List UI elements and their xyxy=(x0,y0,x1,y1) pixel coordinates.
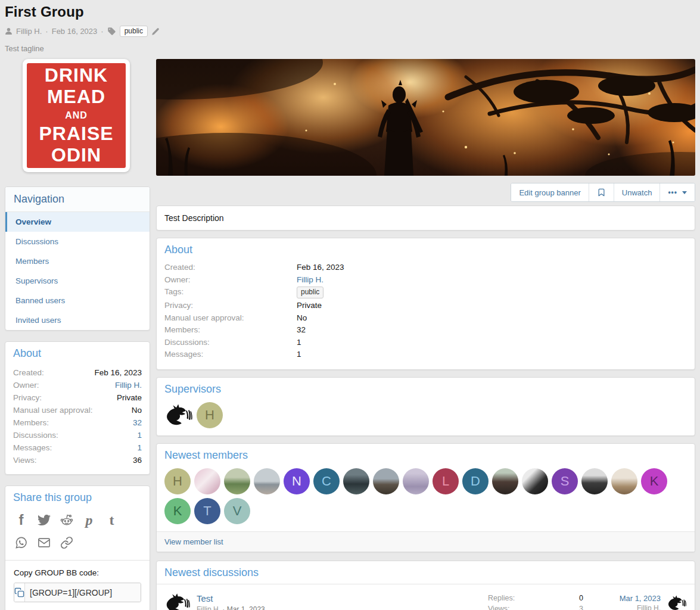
main-about-title: About xyxy=(157,238,695,259)
about-row-value[interactable]: 32 xyxy=(133,416,142,429)
page-title: First Group xyxy=(5,4,695,20)
avatar[interactable] xyxy=(194,468,220,494)
about-row-value: Feb 16, 2023 xyxy=(297,262,344,274)
supervisors-title: Supervisors xyxy=(157,378,695,399)
avatar[interactable]: L xyxy=(433,468,459,494)
supervisors-box: Supervisors H xyxy=(156,377,695,436)
share-title: Share this group xyxy=(5,486,150,507)
avatar[interactable]: H xyxy=(164,468,191,494)
edit-group-banner-button[interactable]: Edit group banner xyxy=(511,183,588,201)
avatar[interactable] xyxy=(611,468,637,494)
about-row-label: Privacy: xyxy=(164,300,297,312)
unwatch-button[interactable]: Unwatch xyxy=(614,183,660,201)
about-row-label: Privacy: xyxy=(13,391,42,404)
avatar[interactable] xyxy=(164,402,193,428)
sidebar: DRINKMEADANDPRAISEODIN Navigation Overvi… xyxy=(5,59,150,610)
tag-badge[interactable]: public xyxy=(297,287,323,298)
bbcode-label: Copy GROUP BB code: xyxy=(14,568,141,577)
avatar[interactable]: K xyxy=(641,468,667,494)
discussion-title-link[interactable]: Test xyxy=(197,593,482,603)
avatar[interactable] xyxy=(224,468,250,494)
bbcode-input[interactable] xyxy=(25,583,141,602)
about-row: Messages:1 xyxy=(13,441,142,454)
more-dots: ••• xyxy=(668,188,677,197)
avatar[interactable] xyxy=(254,468,280,494)
more-button[interactable]: ••• xyxy=(659,183,695,201)
avatar[interactable]: H xyxy=(197,402,223,428)
avatar[interactable]: C xyxy=(313,468,340,494)
view-member-list-link[interactable]: View member list xyxy=(164,537,223,546)
last-post-date-link[interactable]: Mar 1, 2023 xyxy=(589,594,661,603)
navigation-title: Navigation xyxy=(5,187,150,212)
link-share-icon[interactable] xyxy=(60,536,73,549)
about-row-value[interactable]: 1 xyxy=(137,429,142,441)
about-row-label: Owner: xyxy=(13,379,39,391)
sidebar-item-discussions[interactable]: Discussions xyxy=(5,232,150,251)
views-label: Views: xyxy=(488,603,510,610)
avatar[interactable] xyxy=(373,468,399,494)
about-row-value[interactable]: Fillip H. xyxy=(115,379,142,391)
last-post-avatar[interactable] xyxy=(667,595,687,610)
meta-separator: · xyxy=(45,27,48,36)
tags-icon xyxy=(107,27,116,36)
bookmark-button[interactable] xyxy=(589,183,614,201)
about-row-label: Created: xyxy=(13,366,44,379)
discussion-author-avatar[interactable] xyxy=(164,590,191,610)
twitter-share-icon[interactable] xyxy=(37,513,51,527)
sidebar-item-banned-users[interactable]: Banned users xyxy=(5,291,150,310)
avatar[interactable]: T xyxy=(194,498,220,524)
about-row-label: Tags: xyxy=(164,286,297,298)
sidebar-item-overview[interactable]: Overview xyxy=(5,212,150,232)
sidebar-item-supervisors[interactable]: Supervisors xyxy=(5,271,150,291)
group-meta: Fillip H. · Feb 16, 2023 · public xyxy=(5,26,695,37)
facebook-share-icon[interactable]: f xyxy=(14,513,28,527)
whatsapp-share-icon[interactable] xyxy=(14,536,28,549)
discussion-date: Mar 1, 2023 xyxy=(227,605,265,610)
tumblr-share-icon[interactable]: t xyxy=(105,513,119,527)
supervisor-avatars: H xyxy=(157,399,695,435)
replies-label: Replies: xyxy=(488,593,515,603)
avatar[interactable]: K xyxy=(164,498,191,524)
sidebar-item-invited-users[interactable]: Invited users xyxy=(5,310,150,330)
about-row-label: Views: xyxy=(13,454,37,466)
newest-members-title: Newest members xyxy=(157,444,695,465)
group-author[interactable]: Fillip H. xyxy=(16,27,42,36)
about-row-label: Owner: xyxy=(164,274,297,287)
about-row: Created:Feb 16, 2023 xyxy=(13,366,142,379)
newest-discussions-box: Newest discussions Test Fillip H. · Mar … xyxy=(156,561,695,610)
sidebar-about-rows: Created:Feb 16, 2023Owner:Fillip H.Priva… xyxy=(5,363,150,474)
avatar[interactable]: N xyxy=(284,468,310,494)
main-content: Edit group banner Unwatch ••• Test Descr… xyxy=(156,59,695,610)
reddit-share-icon[interactable] xyxy=(60,513,73,527)
drink-mead-poster: DRINKMEADANDPRAISEODIN xyxy=(27,63,126,168)
sidebar-about-box: About Created:Feb 16, 2023Owner:Fillip H… xyxy=(5,341,150,475)
about-row: Owner:Fillip H. xyxy=(164,274,687,287)
about-row: Members:32 xyxy=(13,416,142,429)
about-row-label: Manual user approval: xyxy=(13,404,93,416)
email-share-icon[interactable] xyxy=(37,536,51,549)
tag-badge[interactable]: public xyxy=(120,26,148,37)
newest-members-box: Newest members HNCLDSKKTV View member li… xyxy=(156,443,695,552)
discussion-row: Test Fillip H. · Mar 1, 2023 Replies: 0 xyxy=(157,584,695,610)
about-row-label: Discussions: xyxy=(164,337,297,349)
avatar[interactable]: S xyxy=(552,468,578,494)
about-row-label: Members: xyxy=(13,416,49,429)
avatar[interactable] xyxy=(581,468,608,494)
avatar[interactable] xyxy=(492,468,518,494)
pinterest-share-icon[interactable]: p xyxy=(82,513,96,527)
about-row-label: Members: xyxy=(164,324,297,337)
discussion-author[interactable]: Fillip H. xyxy=(197,605,220,610)
about-row: Members:32 xyxy=(164,324,687,337)
about-row-value: 1 xyxy=(297,348,301,361)
edit-pencil-icon[interactable] xyxy=(151,27,160,36)
main-about-rows: Created:Feb 16, 2023Owner:Fillip H.Tags:… xyxy=(157,259,695,369)
avatar[interactable]: V xyxy=(224,498,250,524)
about-row-value[interactable]: 1 xyxy=(137,441,142,454)
sidebar-item-members[interactable]: Members xyxy=(5,251,150,271)
about-row-value[interactable]: Fillip H. xyxy=(297,274,323,287)
avatar[interactable] xyxy=(522,468,548,494)
avatar[interactable]: D xyxy=(462,468,489,494)
avatar[interactable] xyxy=(343,468,369,494)
avatar[interactable] xyxy=(403,468,429,494)
copy-bbcode-button[interactable] xyxy=(14,583,25,602)
